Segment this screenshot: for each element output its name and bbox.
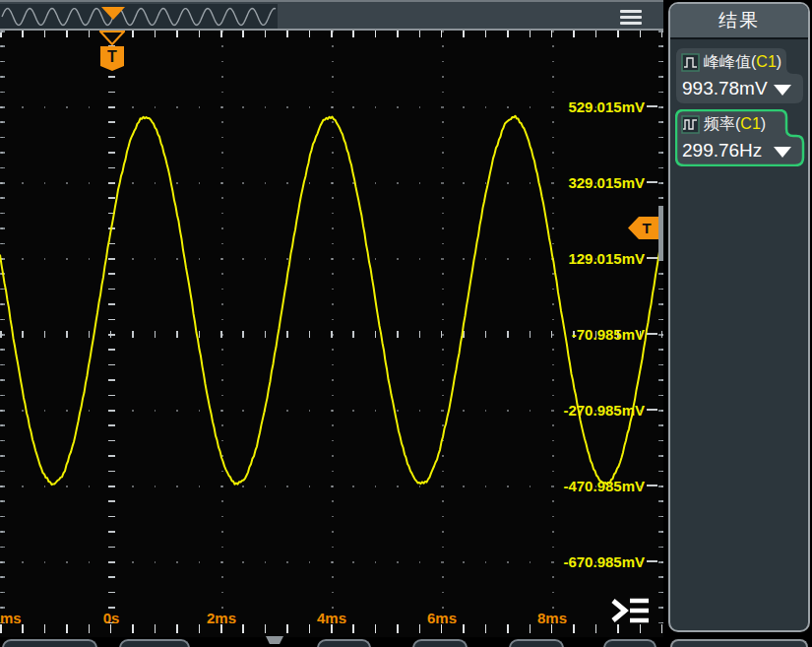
- measurement-card-peak-to-peak[interactable]: 峰峰值(C1) 993.78mV: [675, 47, 805, 104]
- bottom-button-stub[interactable]: [603, 639, 656, 647]
- results-panel-title: 结果: [670, 4, 808, 39]
- y-axis-label: -70.985mV: [572, 325, 657, 343]
- y-axis-label: -670.985mV: [563, 552, 657, 570]
- peak-to-peak-icon: [681, 53, 700, 72]
- waveform-preview-strip[interactable]: [0, 4, 278, 30]
- x-axis-label: 2ms: [192, 610, 251, 626]
- x-axis-label: ms: [0, 610, 39, 626]
- x-axis-label: 0s: [82, 610, 141, 626]
- x-axis-label: 4ms: [302, 610, 361, 626]
- bottom-bar-tab: [266, 636, 283, 644]
- measurement-value: 993.78mV: [682, 78, 768, 99]
- bottom-button-stub[interactable]: [412, 639, 468, 647]
- trigger-position-preview-icon: [101, 7, 125, 20]
- y-axis-label: -470.985mV: [563, 477, 657, 494]
- menu-icon[interactable]: [620, 10, 642, 28]
- results-panel: 结果 峰峰值(C1) 993.78mV: [668, 2, 810, 632]
- frequency-icon: [681, 115, 700, 134]
- x-axis-label: 8ms: [523, 610, 582, 626]
- measurement-label: 峰峰值(C1): [704, 52, 781, 73]
- trigger-level-marker[interactable]: T: [627, 216, 659, 240]
- measurement-label: 频率(C1): [704, 114, 766, 135]
- bottom-right-panel[interactable]: [670, 639, 808, 647]
- y-axis-label: 129.015mV: [568, 249, 657, 267]
- scope-display[interactable]: 529.015mV 329.015mV 129.015mV -70.985mV …: [0, 29, 663, 637]
- channel-badge: C1: [756, 53, 776, 70]
- channel-badge: C1: [740, 115, 760, 132]
- dropdown-arrow-icon[interactable]: [774, 85, 791, 96]
- top-bar: [0, 0, 663, 29]
- oscilloscope-screen: 529.015mV 329.015mV 129.015mV -70.985mV …: [0, 0, 812, 647]
- bottom-button-stub[interactable]: [509, 639, 564, 647]
- bottom-button-stub[interactable]: [2, 639, 97, 647]
- trigger-level-t-glyph: T: [642, 220, 651, 236]
- trigger-position-marker[interactable]: T: [99, 31, 125, 72]
- y-axis-label: -270.985mV: [563, 401, 657, 419]
- measurement-value: 299.76Hz: [682, 140, 762, 162]
- bottom-button-stub[interactable]: [119, 639, 190, 647]
- bottom-button-stub[interactable]: [317, 639, 371, 647]
- y-axis-label: 529.015mV: [568, 97, 657, 115]
- channel1-trace: [0, 31, 663, 632]
- x-axis-label: 6ms: [412, 610, 471, 626]
- dropdown-arrow-icon[interactable]: [774, 147, 791, 158]
- measurement-card-frequency[interactable]: 频率(C1) 299.76Hz: [675, 109, 805, 166]
- preview-sine-icon: [0, 4, 278, 30]
- y-axis-label: 329.015mV: [568, 173, 657, 191]
- trigger-t-glyph: T: [107, 48, 117, 65]
- bottom-menu-expand-icon[interactable]: [610, 594, 652, 627]
